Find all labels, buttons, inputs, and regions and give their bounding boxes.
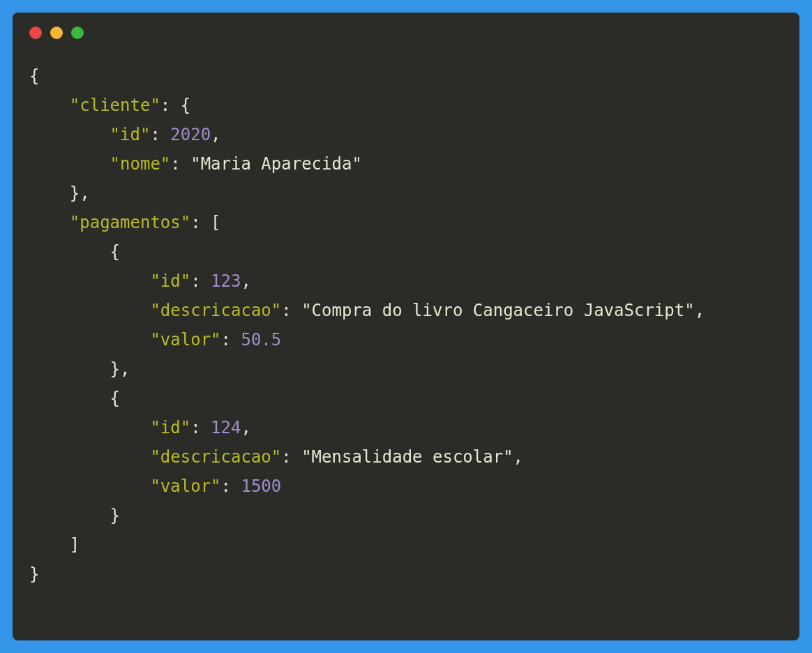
punct-brace: },	[70, 183, 90, 203]
punct-comma: ,	[695, 301, 705, 320]
json-key: "descricacao"	[150, 447, 281, 467]
json-number: 1500	[241, 476, 281, 496]
punct-colon: :	[281, 447, 301, 467]
code-line: },	[29, 179, 783, 208]
indent	[29, 535, 70, 555]
close-icon[interactable]	[29, 27, 42, 39]
punct-brace: {	[110, 242, 120, 262]
json-key: "pagamentos"	[70, 213, 190, 232]
titlebar	[13, 13, 799, 47]
indent	[29, 154, 110, 174]
code-line: {	[29, 384, 783, 413]
indent	[29, 242, 110, 262]
json-key: "nome"	[110, 154, 171, 174]
indent	[29, 213, 70, 232]
punct-colon: :	[190, 213, 211, 232]
code-line: ]	[29, 530, 783, 560]
indent	[29, 330, 150, 350]
json-key: "valor"	[150, 330, 220, 350]
maximize-icon[interactable]	[71, 27, 84, 39]
json-key: "id"	[110, 125, 151, 144]
indent	[29, 96, 70, 115]
punct-brace: }	[110, 506, 120, 525]
punct-brace: }	[29, 564, 39, 584]
json-key: "valor"	[150, 476, 220, 496]
code-line: "id": 123,	[29, 267, 783, 296]
json-number: 2020	[170, 125, 211, 144]
code-line: "nome": "Maria Aparecida"	[29, 149, 783, 179]
code-line: "valor": 1500	[29, 472, 783, 501]
json-number: 123	[211, 271, 241, 291]
punct-colon: :	[221, 330, 241, 350]
punct-colon: :	[150, 125, 170, 144]
code-content: { "cliente": { "id": 2020, "nome": "Mari…	[13, 47, 799, 606]
code-line: "id": 124,	[29, 413, 783, 442]
indent	[29, 183, 70, 203]
punct-brace: {	[181, 96, 190, 115]
indent	[29, 418, 150, 437]
indent	[29, 125, 110, 144]
punct-comma: ,	[513, 447, 523, 467]
punct-colon: :	[190, 271, 211, 291]
code-line: "pagamentos": [	[29, 208, 783, 237]
indent	[29, 301, 150, 320]
indent	[29, 447, 150, 467]
code-line: "descricacao": "Compra do livro Cangacei…	[29, 296, 783, 325]
json-string: "Compra do livro Cangaceiro JavaScript"	[301, 301, 695, 320]
punct-bracket: [	[211, 213, 220, 232]
indent	[29, 271, 150, 291]
code-line: "valor": 50.5	[29, 325, 783, 354]
punct-brace: {	[29, 66, 39, 86]
punct-colon: :	[221, 476, 241, 496]
punct-comma: ,	[211, 125, 220, 144]
json-key: "id"	[150, 271, 190, 291]
indent	[29, 359, 110, 379]
json-number: 124	[211, 418, 241, 437]
json-key: "descricacao"	[150, 301, 281, 320]
code-line: }	[29, 501, 783, 530]
code-line: {	[29, 237, 783, 267]
punct-brace: },	[110, 359, 130, 379]
code-window: { "cliente": { "id": 2020, "nome": "Mari…	[13, 13, 799, 640]
indent	[29, 476, 150, 496]
punct-brace: {	[110, 389, 120, 408]
punct-colon: :	[160, 96, 181, 115]
json-key: "id"	[150, 418, 190, 437]
code-line: "cliente": {	[29, 91, 783, 120]
json-string: "Maria Aparecida"	[190, 154, 362, 174]
code-line: },	[29, 354, 783, 384]
punct-colon: :	[281, 301, 301, 320]
json-number: 50.5	[241, 330, 281, 350]
minimize-icon[interactable]	[50, 27, 63, 39]
code-line: "id": 2020,	[29, 120, 783, 149]
indent	[29, 506, 110, 525]
punct-colon: :	[190, 418, 211, 437]
punct-comma: ,	[241, 418, 250, 437]
code-line: }	[29, 560, 783, 589]
code-line: {	[29, 61, 783, 91]
json-key: "cliente"	[70, 96, 160, 115]
punct-comma: ,	[241, 271, 250, 291]
indent	[29, 389, 110, 408]
punct-colon: :	[170, 154, 190, 174]
punct-bracket: ]	[70, 535, 80, 555]
code-line: "descricacao": "Mensalidade escolar",	[29, 442, 783, 472]
json-string: "Mensalidade escolar"	[301, 447, 513, 467]
